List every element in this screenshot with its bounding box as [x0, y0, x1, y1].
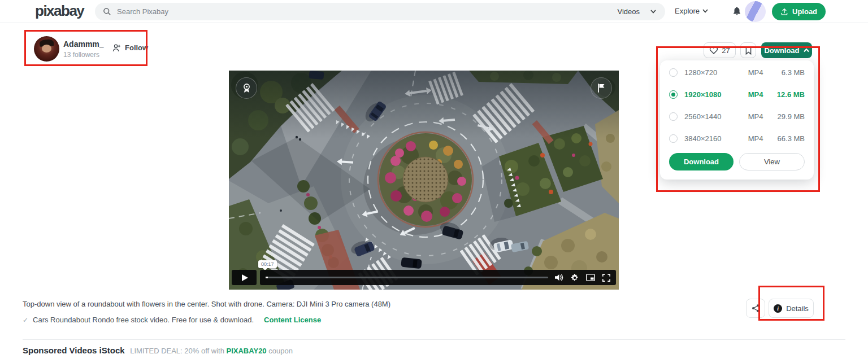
volume-icon[interactable]	[555, 274, 563, 281]
like-count: 27	[722, 46, 730, 55]
radio-selected[interactable]	[669, 90, 678, 99]
video-player[interactable]: 00:17	[229, 71, 619, 290]
progress-bar[interactable]	[266, 277, 548, 278]
resolution-option-3840x2160[interactable]: 3840×2160 MP4 66.3 MB	[660, 128, 814, 150]
bookmark-button[interactable]	[740, 42, 756, 58]
share-button[interactable]	[746, 299, 765, 318]
search-input[interactable]	[111, 7, 617, 16]
chevron-up-icon	[804, 49, 809, 53]
play-button[interactable]	[232, 270, 257, 285]
upload-button[interactable]: Upload	[772, 3, 826, 20]
radio-unselected[interactable]	[669, 68, 678, 77]
video-frame-roundabout-aerial	[229, 71, 619, 290]
uploader-avatar[interactable]	[34, 36, 59, 62]
heart-icon	[709, 46, 718, 54]
fullscreen-icon[interactable]	[602, 274, 610, 282]
info-icon: i	[774, 304, 782, 313]
resolution-option-1280x720[interactable]: 1280×720 MP4 6.3 MB	[660, 62, 814, 84]
content-license-link[interactable]: Content License	[264, 316, 321, 324]
section-divider	[23, 339, 845, 340]
sponsored-deal-suffix: coupon	[268, 347, 293, 355]
chevron-down-icon	[702, 9, 708, 13]
play-icon	[242, 274, 248, 281]
notifications-bell-icon[interactable]	[732, 6, 742, 19]
sponsored-deal-text: LIMITED DEAL: 20% off with	[130, 347, 224, 355]
license-row: ✓ Cars Roundabout Rondo free stock video…	[23, 316, 321, 324]
video-controls	[232, 270, 616, 285]
bookmark-icon	[745, 46, 752, 55]
share-icon	[751, 304, 760, 313]
picture-in-picture-icon[interactable]	[586, 274, 595, 281]
view-button[interactable]: View	[739, 153, 805, 170]
chevron-down-icon	[650, 10, 656, 14]
video-caption: Top-down view of a roundabout with flowe…	[23, 300, 390, 308]
settings-gear-icon[interactable]	[571, 274, 579, 282]
license-text: Cars Roundabout Rondo free stock video. …	[33, 316, 254, 324]
sponsored-row: Sponsored Videos iStock LIMITED DEAL: 20…	[23, 345, 293, 355]
search-bar[interactable]: Videos	[95, 3, 665, 20]
download-options-panel: 1280×720 MP4 6.3 MB 1920×1080 MP4 12.6 M…	[660, 60, 814, 180]
radio-unselected[interactable]	[669, 112, 678, 121]
resolution-option-1920x1080[interactable]: 1920×1080 MP4 12.6 MB	[660, 84, 814, 106]
explore-menu[interactable]: Explore	[675, 7, 708, 15]
follow-button[interactable]: Follow	[112, 43, 148, 52]
sponsored-coupon-code: PIXABAY20	[227, 347, 267, 355]
pixabay-logo[interactable]: pixabay	[35, 2, 84, 20]
user-avatar[interactable]	[745, 1, 766, 22]
download-confirm-button[interactable]: Download	[669, 153, 734, 170]
check-icon: ✓	[23, 316, 28, 324]
flag-report-icon[interactable]	[591, 77, 612, 99]
like-button[interactable]: 27	[704, 42, 736, 58]
download-dropdown-button[interactable]: Download	[761, 42, 812, 58]
award-badge-icon	[236, 77, 257, 99]
add-person-icon	[112, 43, 121, 52]
navbar: pixabay Videos Explore Upload	[0, 0, 868, 23]
uploader-name[interactable]: Adammm_	[63, 40, 104, 49]
uploader-followers: 13 followers	[63, 51, 99, 59]
radio-unselected[interactable]	[669, 134, 678, 143]
upload-icon	[780, 8, 788, 16]
resolution-option-2560x1440[interactable]: 2560×1440 MP4 29.9 MB	[660, 106, 814, 128]
playback-time-tooltip: 00:17	[258, 260, 277, 268]
media-type-dropdown[interactable]: Videos	[617, 7, 665, 16]
search-icon	[103, 7, 111, 16]
sponsored-title[interactable]: Sponsored Videos iStock	[23, 345, 125, 355]
details-button[interactable]: i Details	[769, 299, 814, 318]
